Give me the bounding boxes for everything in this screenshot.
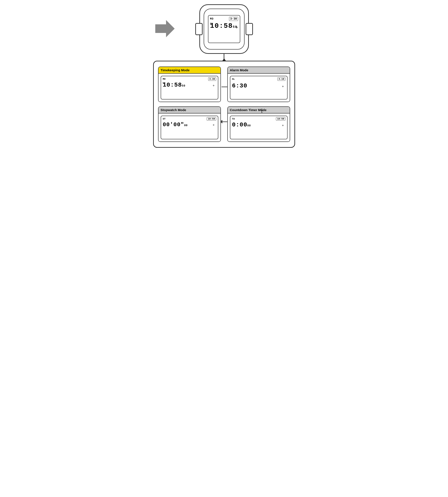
stopwatch-title: Stopwatch Mode bbox=[159, 107, 221, 114]
ct-time: 0:0000 bbox=[232, 122, 285, 128]
diagram-triangle-pointer bbox=[222, 58, 226, 61]
watch-time-row: 10:5850 ✛ bbox=[210, 23, 238, 30]
watch-screen: MO 3-30 PM 10:5850 ✛ bbox=[208, 15, 240, 43]
tk-time-row: 10:5850 ✛ bbox=[163, 82, 216, 88]
alarm-display: AL 4-10 6:30 ✛ bbox=[228, 74, 290, 102]
st-date: 10:58 bbox=[207, 117, 216, 120]
st-top-row: ST 10:58 bbox=[163, 117, 216, 120]
tk-compass: ✛ bbox=[213, 85, 214, 87]
tk-mode-code: MO bbox=[163, 78, 166, 80]
ct-time-main: 0:00 bbox=[232, 121, 247, 128]
ct-compass: ✛ bbox=[282, 124, 284, 127]
page-container: MO 3-30 PM 10:5850 ✛ bbox=[149, 4, 299, 148]
watch-inner-case: MO 3-30 PM 10:5850 ✛ bbox=[204, 9, 244, 50]
countdown-mode-card: Countdown Timer Mode TA 10:58 0:0000 ✛ bbox=[227, 106, 290, 142]
countdown-title: Countdown Timer Mode bbox=[228, 107, 290, 114]
watch-mode-code: MO bbox=[210, 17, 214, 20]
watch-section: MO 3-30 PM 10:5850 ✛ bbox=[149, 4, 299, 54]
al-mode-code: AL bbox=[232, 78, 235, 80]
st-time-row: 00'00"00 ✛ bbox=[163, 122, 216, 127]
st-time-main: 00'00" bbox=[163, 121, 184, 128]
countdown-screen: TA 10:58 0:0000 ✛ bbox=[230, 116, 288, 139]
alarm-mode-card: Alarm Mode AL 4-10 6:30 ✛ bbox=[227, 67, 290, 102]
tk-seconds: 50 bbox=[182, 85, 185, 87]
tk-date: 3-30 bbox=[208, 77, 216, 81]
stopwatch-display: ST 10:58 00'00"00 ✛ bbox=[159, 114, 221, 141]
timekeeping-screen: MO 3-30 PM 10:5850 ✛ bbox=[161, 76, 218, 100]
diagram-box: Timekeeping Mode MO 3-30 PM 10:5850 ✛ bbox=[153, 61, 295, 148]
stopwatch-screen: ST 10:58 00'00"00 ✛ bbox=[161, 116, 218, 139]
watch-date: 3-30 bbox=[229, 17, 238, 21]
tk-time-main: 10:58 bbox=[163, 82, 182, 88]
timekeeping-title: Timekeeping Mode bbox=[159, 67, 221, 74]
ct-date: 10:58 bbox=[276, 117, 285, 120]
al-time-row: 6:30 ✛ bbox=[232, 83, 285, 89]
st-compass: ✛ bbox=[213, 124, 214, 126]
gray-arrow-icon bbox=[155, 20, 175, 38]
al-compass: ✛ bbox=[282, 85, 284, 88]
ct-top-row: TA 10:58 bbox=[232, 117, 285, 120]
ct-seconds: 00 bbox=[247, 124, 251, 127]
st-time: 00'00"00 bbox=[163, 122, 216, 127]
tk-time: 10:5850 bbox=[163, 82, 216, 88]
ct-time-row: 0:0000 ✛ bbox=[232, 122, 285, 128]
timekeeping-mode-card: Timekeeping Mode MO 3-30 PM 10:5850 ✛ bbox=[158, 67, 221, 102]
al-time-main: 6:30 bbox=[232, 83, 247, 89]
watch-top-row: MO 3-30 bbox=[210, 17, 238, 21]
al-date: 4-10 bbox=[277, 77, 285, 81]
watch-time-main: 10:5850 bbox=[210, 22, 238, 30]
stopwatch-mode-card: Stopwatch Mode ST 10:58 00'00"00 ✛ bbox=[158, 106, 221, 142]
watch-outer-case: MO 3-30 PM 10:5850 ✛ bbox=[199, 4, 249, 54]
st-mode-code: ST bbox=[163, 118, 166, 120]
al-top-row: AL 4-10 bbox=[232, 77, 285, 81]
watch-compass-icon: ✛ bbox=[236, 26, 238, 29]
watch-time-value: 10:58 bbox=[210, 22, 233, 30]
st-seconds: 00 bbox=[184, 124, 188, 127]
alarm-screen: AL 4-10 6:30 ✛ bbox=[230, 76, 288, 100]
alarm-title: Alarm Mode bbox=[228, 67, 290, 74]
countdown-display: TA 10:58 0:0000 ✛ bbox=[228, 114, 290, 141]
modes-grid: Timekeeping Mode MO 3-30 PM 10:5850 ✛ bbox=[158, 67, 290, 142]
timekeeping-display: MO 3-30 PM 10:5850 ✛ bbox=[159, 74, 221, 102]
svg-marker-0 bbox=[155, 20, 175, 37]
ct-mode-code: TA bbox=[232, 118, 235, 120]
al-time: 6:30 bbox=[232, 83, 285, 89]
tk-top-row: MO 3-30 bbox=[163, 77, 216, 81]
